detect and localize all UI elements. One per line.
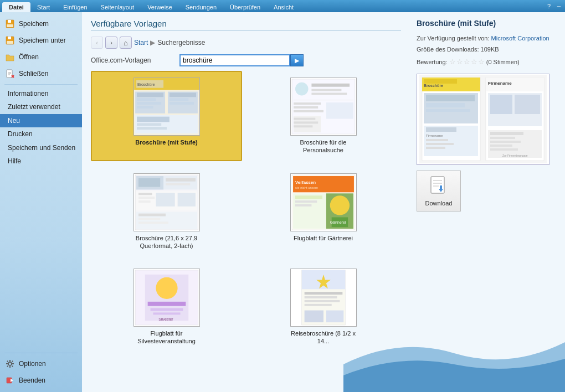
svg-rect-136 — [440, 185, 442, 190]
sidebar-item-speichern-senden[interactable]: Speichern und Senden — [0, 141, 82, 154]
download-label: Download — [425, 200, 453, 207]
template-card-brochure-quer[interactable]: Broschüre (21,6 x 27,9 Querformat, 2-fac… — [91, 167, 242, 257]
tab-einfuegen[interactable]: Einfügen — [56, 2, 94, 12]
tab-ansicht[interactable]: Ansicht — [267, 2, 300, 12]
svg-rect-46 — [294, 100, 353, 100]
sidebar-label-beenden: Beenden — [19, 376, 45, 384]
sidebar-label-oeffnen: Öffnen — [19, 53, 39, 61]
size-line: Größe des Downloads: 109KB — [417, 44, 558, 55]
tab-verweise[interactable]: Verweise — [141, 2, 179, 12]
svg-rect-37 — [137, 117, 170, 122]
svg-rect-67 — [177, 193, 195, 207]
sidebar-item-hilfe[interactable]: Hilfe — [0, 154, 82, 168]
template-thumb-4: Verfassen sie nicht unsere Gärtnerei — [290, 173, 357, 231]
right-panel: Broschüre (mit Stufe) Zur Verfügung gest… — [410, 12, 565, 392]
template-thumb-1: Broschüre — [133, 78, 200, 136]
svg-rect-133 — [433, 183, 442, 184]
sidebar-item-schliessen[interactable]: Schließen — [0, 65, 82, 82]
svg-rect-4 — [8, 37, 11, 39]
svg-rect-113 — [426, 127, 456, 132]
star-1: ☆ — [449, 55, 456, 68]
sidebar-divider-1 — [4, 84, 78, 85]
svg-text:Silvester: Silvester — [158, 317, 173, 321]
sidebar-item-optionen[interactable]: Optionen — [0, 355, 82, 372]
sidebar-label-informationen: Informationen — [8, 90, 48, 97]
star-2: ☆ — [456, 55, 463, 68]
sidebar-item-neu[interactable]: Neu — [0, 114, 82, 127]
templates-main: Broschüre — [91, 71, 401, 385]
svg-rect-127 — [490, 141, 521, 143]
svg-rect-111 — [426, 109, 470, 112]
svg-rect-106 — [424, 79, 457, 84]
forward-button[interactable]: › — [105, 37, 117, 49]
tab-datei[interactable]: Datei — [2, 2, 30, 12]
sidebar-item-speichern-unter[interactable]: Speichern unter — [0, 32, 82, 49]
minimize-button[interactable]: ─ — [555, 2, 563, 10]
templates-scroll[interactable]: Broschüre — [91, 71, 401, 385]
gear-icon — [4, 358, 16, 369]
rating-line: Bewertung: ☆ ☆ ☆ ☆ ☆ (0 Stimmen) — [417, 55, 558, 68]
tab-ueberpruefen[interactable]: Überprüfen — [223, 2, 267, 12]
star-5: ☆ — [478, 55, 485, 68]
back-button[interactable]: ‹ — [91, 37, 103, 49]
sidebar-item-beenden[interactable]: Beenden — [0, 372, 82, 389]
template-card-reise[interactable]: Reisebroschüre (8 1/2 x 14... — [248, 262, 399, 352]
sidebar-label-speichern-unter: Speichern unter — [19, 37, 66, 44]
sidebar-label-speichern: Speichern — [19, 20, 49, 28]
svg-rect-59 — [138, 178, 160, 187]
svg-rect-100 — [304, 304, 331, 306]
svg-rect-89 — [147, 302, 186, 306]
template-card-brochure-stufe[interactable]: Broschüre — [91, 71, 242, 161]
svg-rect-15 — [6, 363, 8, 364]
tab-seitenlayout[interactable]: Seitenlayout — [94, 2, 141, 12]
search-go-button[interactable]: ▶ — [290, 54, 304, 66]
svg-rect-69 — [138, 213, 165, 216]
svg-point-88 — [156, 277, 177, 299]
svg-rect-128 — [490, 145, 512, 147]
sidebar-label-neu: Neu — [8, 117, 20, 125]
title-bar: Datei Start Einfügen Seitenlayout Verwei… — [0, 0, 565, 12]
tab-start[interactable]: Start — [30, 2, 56, 12]
sidebar-item-informationen[interactable]: Informationen — [0, 87, 82, 100]
svg-rect-131 — [431, 177, 444, 193]
svg-rect-2 — [7, 24, 13, 27]
svg-rect-50 — [326, 102, 353, 118]
help-icon[interactable]: ? — [545, 2, 553, 10]
templates-grid: Broschüre — [91, 71, 401, 352]
template-card-silvester[interactable]: Silvester Flugblatt für Silvesteveransta… — [91, 262, 242, 352]
svg-rect-34 — [169, 98, 188, 101]
template-card-brochure-personal[interactable]: Broschüre für die Personalsuche — [248, 71, 399, 161]
sidebar-item-speichern[interactable]: Speichern — [0, 16, 82, 32]
svg-rect-31 — [137, 106, 153, 109]
template-name-3: Broschüre (21,6 x 27,9 Querformat, 2-fac… — [128, 234, 206, 250]
svg-rect-99 — [304, 300, 340, 302]
search-input[interactable] — [179, 54, 290, 66]
svg-rect-123 — [515, 95, 540, 114]
svg-rect-60 — [166, 178, 196, 181]
svg-rect-71 — [138, 221, 168, 224]
provider-name[interactable]: Microsoft Corporation — [491, 35, 549, 42]
template-thumb-2 — [290, 78, 357, 136]
svg-rect-116 — [426, 143, 454, 145]
tab-sendungen[interactable]: Sendungen — [179, 2, 223, 12]
svg-text:Zur Firmenbegruppe: Zur Firmenbegruppe — [502, 154, 528, 157]
sidebar-item-drucken[interactable]: Drucken — [0, 127, 82, 141]
home-button[interactable]: ⌂ — [120, 37, 132, 49]
download-button[interactable]: Download — [417, 171, 461, 212]
svg-rect-115 — [426, 139, 448, 141]
template-name-5: Flugblatt für Silvesteveranstaltung — [128, 329, 206, 345]
sidebar: Speichern Speichern unter Öffnen — [0, 12, 82, 392]
svg-rect-49 — [294, 110, 323, 112]
download-icon — [429, 176, 449, 198]
svg-rect-132 — [433, 180, 442, 181]
svg-text:Firmename: Firmename — [488, 81, 512, 86]
star-4: ☆ — [471, 55, 477, 68]
sidebar-item-oeffnen[interactable]: Öffnen — [0, 49, 82, 65]
sidebar-item-zuletzt[interactable]: Zuletzt verwendet — [0, 100, 82, 114]
svg-rect-109 — [426, 95, 475, 101]
svg-rect-33 — [169, 92, 196, 97]
breadcrumb: Start ▶ Suchergebnisse — [134, 39, 205, 47]
breadcrumb-start[interactable]: Start — [134, 39, 148, 47]
template-name-6: Reisebroschüre (8 1/2 x 14... — [285, 329, 362, 345]
template-card-flugblatt-gaertnerei[interactable]: Verfassen sie nicht unsere Gärtnerei — [248, 167, 399, 257]
